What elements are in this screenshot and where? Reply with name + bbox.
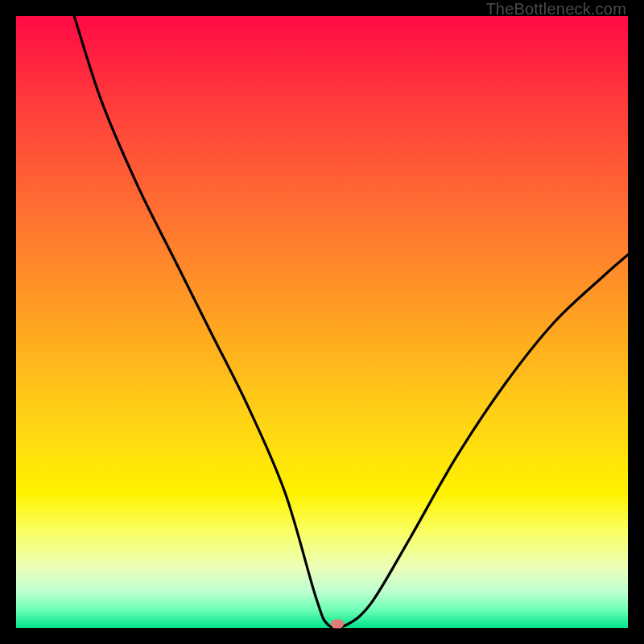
chart-frame bbox=[16, 16, 628, 628]
chart-curve-svg bbox=[16, 16, 628, 628]
optimal-point-marker bbox=[331, 620, 344, 629]
bottleneck-curve-path bbox=[74, 16, 628, 628]
